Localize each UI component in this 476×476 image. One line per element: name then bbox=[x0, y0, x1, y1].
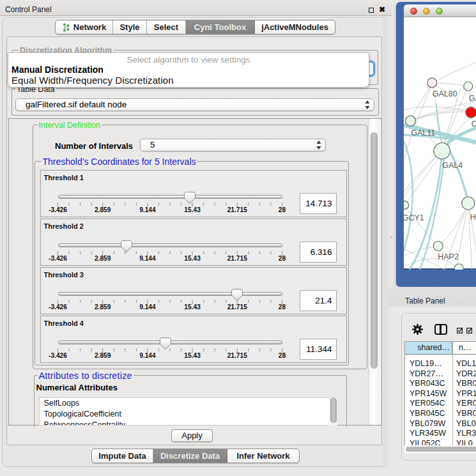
svg-text:28: 28 bbox=[279, 352, 286, 359]
svg-text:GA: GA bbox=[468, 94, 476, 103]
svg-text:2.859: 2.859 bbox=[95, 206, 111, 213]
svg-text:HAP2: HAP2 bbox=[438, 252, 459, 261]
svg-text:9.144: 9.144 bbox=[139, 206, 156, 213]
svg-text:21.715: 21.715 bbox=[227, 255, 247, 262]
svg-text:-3.426: -3.426 bbox=[49, 255, 67, 262]
svg-text:15.43: 15.43 bbox=[184, 255, 201, 262]
svg-text:28: 28 bbox=[279, 206, 286, 213]
svg-text:15.43: 15.43 bbox=[184, 206, 201, 213]
svg-text:21.715: 21.715 bbox=[227, 206, 247, 213]
svg-text:2.859: 2.859 bbox=[95, 352, 111, 359]
svg-text:9.144: 9.144 bbox=[139, 255, 156, 262]
svg-text:GAL4: GAL4 bbox=[442, 161, 463, 170]
svg-text:28: 28 bbox=[279, 303, 286, 311]
svg-text:H: H bbox=[470, 213, 475, 222]
svg-text:GAL80: GAL80 bbox=[432, 89, 457, 98]
svg-text:15.43: 15.43 bbox=[184, 352, 201, 359]
svg-text:C: C bbox=[471, 119, 476, 128]
svg-text:2.859: 2.859 bbox=[95, 255, 111, 262]
svg-text:21.715: 21.715 bbox=[227, 352, 247, 359]
svg-text:GAL11: GAL11 bbox=[411, 128, 435, 137]
svg-text:28: 28 bbox=[279, 255, 286, 262]
svg-text:-3.426: -3.426 bbox=[49, 206, 67, 213]
svg-text:15.43: 15.43 bbox=[184, 303, 201, 311]
svg-text:9.144: 9.144 bbox=[139, 352, 156, 359]
svg-text:9.144: 9.144 bbox=[139, 303, 156, 311]
svg-text:2.859: 2.859 bbox=[95, 303, 111, 311]
svg-text:GCY1: GCY1 bbox=[404, 213, 424, 222]
svg-text:-3.426: -3.426 bbox=[49, 303, 67, 311]
svg-text:21.715: 21.715 bbox=[227, 303, 247, 311]
svg-text:-3.426: -3.426 bbox=[49, 352, 67, 359]
